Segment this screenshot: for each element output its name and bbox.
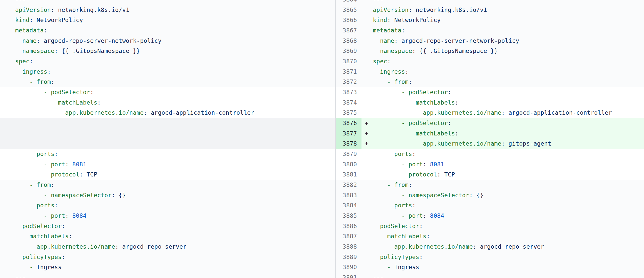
diff-sign (361, 272, 373, 278)
diff-sign (361, 149, 373, 159)
code-token: metadata (373, 27, 401, 34)
code-token (373, 192, 401, 198)
new-line-number[interactable]: 3888 (336, 242, 361, 252)
new-line-number[interactable]: 3890 (336, 262, 361, 272)
new-line-number[interactable]: 3891 (336, 272, 361, 278)
new-code-cell: apiVersion: networking.k8s.io/v1 (373, 5, 644, 15)
code-token: name (22, 37, 36, 44)
code-token: - (401, 120, 409, 126)
new-line-number[interactable]: 3880 (336, 159, 361, 170)
new-line-number[interactable]: 3868 (336, 36, 361, 46)
old-code-cell: app.kubernetes.io/name: argocd-repo-serv… (0, 242, 335, 252)
diff-row: ---3891--- (0, 272, 644, 278)
new-line-number[interactable]: 3881 (336, 169, 361, 180)
diff-rows: ---3864---apiVersion: networking.k8s.io/… (0, 0, 644, 278)
code-token: - (29, 264, 36, 270)
code-token: : (69, 233, 72, 240)
new-code-line: app.kubernetes.io/name: gitops-agent (373, 140, 551, 147)
code-token: - (387, 264, 394, 270)
code-token: : (51, 7, 54, 13)
code-token (15, 48, 22, 54)
new-code-line: matchLabels: (373, 99, 458, 106)
diff-sign (361, 0, 373, 5)
new-line-number[interactable]: 3879 (336, 149, 361, 159)
new-line-number[interactable]: 3882 (336, 180, 361, 190)
new-line-number[interactable]: 3877 (336, 128, 361, 139)
new-line-number[interactable]: 3870 (336, 56, 361, 67)
old-code-cell: --- (0, 0, 335, 5)
new-code-line: --- (373, 0, 384, 3)
new-line-number[interactable]: 3864 (336, 0, 361, 5)
new-line-number[interactable]: 3886 (336, 221, 361, 231)
new-code-cell: --- (373, 272, 644, 278)
new-line-number[interactable]: 3866 (336, 15, 361, 25)
new-code-line: - podSelector: (373, 89, 451, 95)
diff-row: ---3864--- (0, 0, 644, 5)
code-token (15, 192, 44, 198)
code-token: TCP (441, 171, 455, 178)
diff-sign: + (361, 138, 373, 149)
code-token (15, 171, 51, 178)
diff-row: protocol: TCP3881 protocol: TCP (0, 169, 644, 180)
new-code-line: protocol: TCP (373, 171, 455, 178)
code-token: podSelector (409, 89, 448, 95)
code-token: from (37, 182, 51, 188)
code-token (373, 109, 423, 116)
new-code-cell: podSelector: (373, 221, 644, 231)
code-token (15, 182, 29, 188)
diff-row: namespace: {{ .GitopsNamespace }}3869 na… (0, 46, 644, 56)
old-code-line: - podSelector: (15, 89, 94, 95)
code-token (373, 130, 416, 137)
code-token: : (62, 254, 65, 260)
new-code-line: - podSelector: (373, 120, 451, 126)
new-line-number[interactable]: 3885 (336, 211, 361, 221)
code-token: : (455, 99, 458, 106)
code-token (373, 120, 401, 126)
code-token: - (44, 212, 51, 219)
code-token (15, 99, 58, 106)
code-token: : (448, 120, 451, 126)
new-line-number[interactable]: 3867 (336, 25, 361, 36)
new-line-number[interactable]: 3884 (336, 200, 361, 211)
code-token: app.kubernetes.io/name (423, 140, 501, 147)
code-token: : (423, 161, 426, 168)
diff-row: app.kubernetes.io/name: argocd-applicati… (0, 108, 644, 118)
new-line-number[interactable]: 3873 (336, 87, 361, 97)
new-code-cell: matchLabels: (373, 97, 644, 108)
code-token: NetworkPolicy (391, 17, 441, 23)
code-token: - (44, 192, 51, 198)
code-token (373, 161, 401, 168)
code-token: port (409, 212, 423, 219)
new-line-number[interactable]: 3887 (336, 231, 361, 242)
code-token: matchLabels (58, 99, 97, 106)
old-code-cell: ingress: (0, 67, 335, 77)
new-line-number[interactable]: 3876 (336, 118, 361, 128)
new-line-number[interactable]: 3874 (336, 97, 361, 108)
old-code-cell (0, 138, 335, 149)
old-code-cell: ports: (0, 149, 335, 159)
diff-sign (361, 231, 373, 242)
new-line-number[interactable]: 3869 (336, 46, 361, 56)
new-line-number[interactable]: 3865 (336, 5, 361, 15)
new-line-number[interactable]: 3889 (336, 252, 361, 262)
code-token: : (54, 48, 58, 54)
diff-row: spec:3870spec: (0, 56, 644, 67)
code-token: protocol (409, 171, 437, 178)
code-token: : (412, 202, 416, 209)
code-token: ports (37, 202, 55, 209)
code-token (373, 171, 409, 178)
new-code-cell: - Ingress (373, 262, 644, 272)
new-line-number[interactable]: 3872 (336, 77, 361, 87)
new-line-number[interactable]: 3883 (336, 190, 361, 201)
code-token: : (409, 7, 412, 13)
code-token: 8081 (69, 161, 87, 168)
code-token: protocol (51, 171, 79, 178)
diff-row: - port: 80813880 - port: 8081 (0, 159, 644, 170)
code-token: : (394, 37, 398, 44)
new-line-number[interactable]: 3871 (336, 67, 361, 77)
code-token: : (473, 243, 476, 250)
new-code-line: ports: (373, 202, 416, 209)
new-line-number[interactable]: 3878 (336, 138, 361, 149)
new-line-number[interactable]: 3875 (336, 108, 361, 118)
code-token: : (401, 27, 405, 34)
